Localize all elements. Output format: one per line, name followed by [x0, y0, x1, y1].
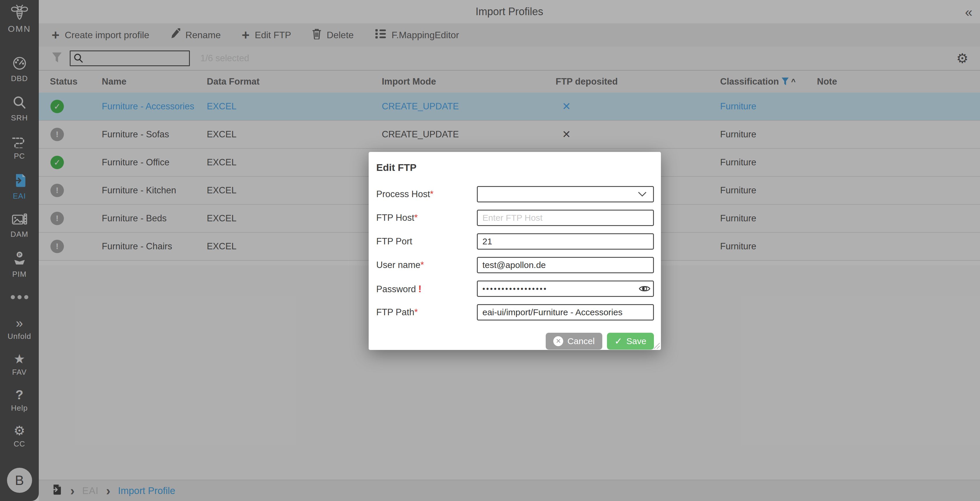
edit-ftp-dialog: Edit FTP Process Host* FTP Host* FTP Por… — [369, 152, 661, 350]
required-asterisk: * — [430, 189, 433, 199]
x-circle-icon: ✕ — [553, 336, 563, 346]
password-alert-icon: ! — [418, 283, 422, 294]
ftp-port-row: FTP Port — [376, 233, 654, 250]
process-host-select[interactable] — [477, 186, 654, 202]
ftp-path-label: FTP Path — [376, 307, 414, 317]
resize-handle[interactable] — [652, 341, 660, 349]
required-asterisk: * — [421, 260, 424, 270]
cancel-button[interactable]: ✕ Cancel — [546, 333, 602, 350]
dialog-actions: ✕ Cancel ✓ Save — [376, 333, 654, 350]
ftp-port-input[interactable] — [477, 233, 654, 250]
password-input[interactable] — [477, 280, 654, 297]
ftp-host-input[interactable] — [477, 210, 654, 226]
password-label: Password — [376, 284, 416, 294]
ftp-port-label: FTP Port — [376, 236, 412, 247]
ftp-host-label: FTP Host — [376, 213, 414, 223]
chevron-down-icon — [638, 192, 647, 197]
ftp-path-row: FTP Path* — [376, 304, 654, 320]
user-name-input[interactable] — [477, 257, 654, 273]
save-button[interactable]: ✓ Save — [607, 333, 654, 350]
show-password-eye-icon[interactable] — [639, 284, 651, 293]
check-icon: ✓ — [614, 336, 622, 347]
user-name-row: User name* — [376, 257, 654, 273]
ftp-host-row: FTP Host* — [376, 210, 654, 226]
process-host-row: Process Host* — [376, 186, 654, 202]
user-name-label: User name — [376, 260, 421, 270]
required-asterisk: * — [414, 307, 418, 317]
dialog-title: Edit FTP — [376, 162, 654, 173]
required-asterisk: * — [414, 213, 418, 223]
process-host-label: Process Host — [376, 189, 430, 199]
ftp-path-input[interactable] — [477, 304, 654, 320]
password-row: Password! — [376, 280, 654, 297]
